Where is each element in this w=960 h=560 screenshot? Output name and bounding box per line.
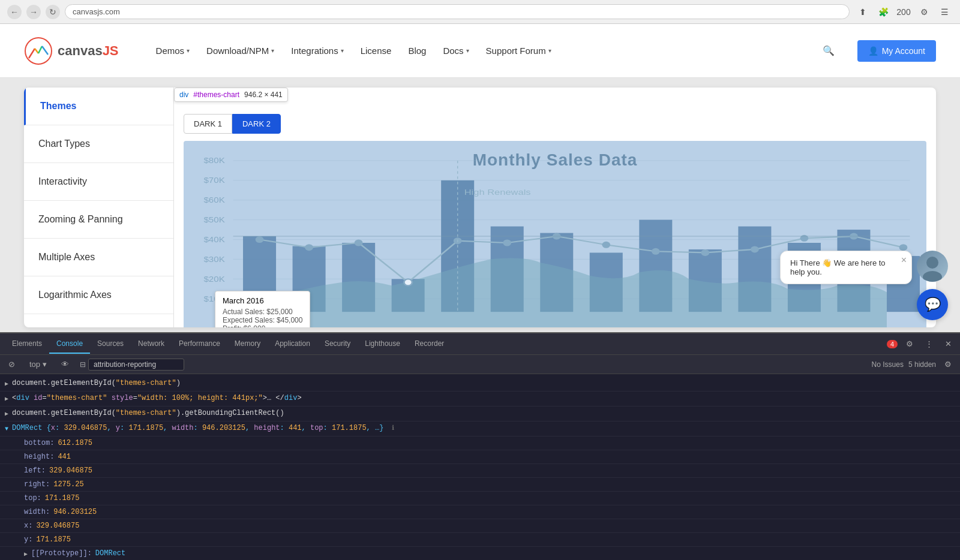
sidebar-item-themes[interactable]: Themes bbox=[24, 88, 173, 125]
sidebar-item-interactivity[interactable]: Interactivity bbox=[24, 163, 173, 201]
svg-text:$70K: $70K bbox=[203, 177, 224, 185]
inspector-tooltip: div#themes-chart 946.2 × 441 bbox=[174, 88, 288, 102]
expand-icon[interactable]: ▼ bbox=[5, 424, 8, 435]
nav-docs[interactable]: Docs ▾ bbox=[436, 41, 476, 61]
console-input-text: document.getElementById("themes-chart") bbox=[12, 378, 181, 389]
logo-text: canvasJS bbox=[58, 43, 119, 59]
prop-right: right: bbox=[24, 479, 50, 490]
my-account-button[interactable]: 👤 My Account bbox=[857, 40, 936, 62]
console-row: left: 329.046875 bbox=[0, 464, 960, 478]
prop-x-val: 329.046875 bbox=[36, 520, 79, 531]
console-output-text: <div id="themes-chart" style="width: 100… bbox=[12, 393, 302, 404]
devtools-tab-console[interactable]: Console bbox=[49, 335, 90, 354]
devtools-filter-settings-icon[interactable]: ⚙ bbox=[941, 359, 955, 370]
nav-integrations[interactable]: Integrations ▾ bbox=[284, 41, 350, 61]
svg-point-52 bbox=[926, 257, 938, 269]
error-badge: 4 bbox=[887, 340, 898, 348]
nav-demos[interactable]: Demos ▾ bbox=[149, 41, 197, 61]
chevron-down-icon: ▾ bbox=[466, 47, 469, 54]
prop-prototype: [[Prototype]]: bbox=[31, 548, 92, 559]
devtools-settings-icon[interactable]: ⚙ bbox=[902, 338, 917, 350]
devtools-close-icon[interactable]: ✕ bbox=[941, 338, 955, 350]
forward-button[interactable]: → bbox=[26, 5, 41, 19]
chevron-down-icon: ▾ bbox=[548, 47, 551, 54]
chat-bubble: × Hi There 👋 We are here to help you. bbox=[780, 251, 912, 284]
url-bar[interactable]: canvasjs.com bbox=[65, 4, 850, 19]
console-context-selector[interactable]: top ▾ bbox=[26, 359, 50, 370]
prop-left: left: bbox=[24, 465, 46, 476]
prop-width: width: bbox=[24, 507, 50, 517]
tab-dark2[interactable]: DARK 2 bbox=[232, 114, 281, 134]
svg-point-45 bbox=[751, 246, 759, 252]
prop-left-val: 329.046875 bbox=[49, 465, 92, 476]
prop-x: x: bbox=[24, 520, 32, 531]
nav-blog[interactable]: Blog bbox=[401, 41, 433, 61]
sidebar-item-multiple-axes[interactable]: Multiple Axes bbox=[24, 239, 173, 276]
svg-text:High Renewals: High Renewals bbox=[464, 188, 531, 197]
console-prompt-icon: ▶ bbox=[5, 409, 8, 420]
console-row: ▶ [[Prototype]]: DOMRect bbox=[0, 547, 960, 560]
svg-line-4 bbox=[42, 46, 48, 55]
nav-download[interactable]: Download/NPM ▾ bbox=[199, 41, 281, 61]
devtools-tab-lighthouse[interactable]: Lighthouse bbox=[358, 335, 407, 354]
nav-license[interactable]: License bbox=[353, 41, 399, 61]
console-row: ▼ DOMRect {x: 329.046875, y: 171.1875, w… bbox=[0, 421, 960, 436]
console-row: bottom: 612.1875 bbox=[0, 436, 960, 450]
svg-text:$50K: $50K bbox=[203, 216, 224, 224]
chat-widget: × Hi There 👋 We are here to help you. 💬 bbox=[780, 251, 948, 320]
devtools-tab-sources[interactable]: Sources bbox=[90, 335, 131, 354]
chat-close-button[interactable]: × bbox=[901, 255, 907, 266]
no-issues-label: No Issues bbox=[872, 360, 904, 369]
inspector-element-tag: div bbox=[179, 91, 188, 99]
devtools-tab-recorder[interactable]: Recorder bbox=[407, 335, 451, 354]
devtools-tab-memory[interactable]: Memory bbox=[227, 335, 268, 354]
expand-icon[interactable]: ▶ bbox=[5, 394, 8, 405]
prop-height-val: 441 bbox=[58, 451, 71, 462]
devtools-tab-application[interactable]: Application bbox=[268, 335, 317, 354]
prop-top-val: 171.1875 bbox=[45, 493, 80, 504]
main-nav: Demos ▾ Download/NPM ▾ Integrations ▾ Li… bbox=[149, 41, 800, 61]
prop-top: top: bbox=[24, 493, 41, 504]
extensions-icon[interactable]: 🧩 bbox=[875, 4, 892, 20]
devtools-tab-network[interactable]: Network bbox=[131, 335, 172, 354]
prop-y-val: 171.1875 bbox=[36, 534, 71, 545]
svg-point-38 bbox=[404, 279, 412, 285]
eye-icon[interactable]: 👁 bbox=[58, 359, 73, 370]
browser-chrome: ← → ↻ canvasjs.com ⬆ 🧩 200 ⚙ ☰ bbox=[0, 0, 960, 24]
console-row: right: 1275.25 bbox=[0, 478, 960, 492]
devtools-tab-security[interactable]: Security bbox=[317, 335, 358, 354]
chevron-down-icon: ▾ bbox=[187, 47, 190, 54]
search-button[interactable]: 🔍 bbox=[818, 40, 839, 62]
sidebar-item-zooming-panning[interactable]: Zooming & Panning bbox=[24, 201, 173, 239]
logo[interactable]: canvasJS bbox=[24, 37, 119, 65]
svg-point-40 bbox=[503, 240, 511, 246]
svg-point-53 bbox=[923, 271, 942, 282]
devtools-tab-elements[interactable]: Elements bbox=[5, 335, 49, 354]
devtools-tab-performance[interactable]: Performance bbox=[172, 335, 227, 354]
back-button[interactable]: ← bbox=[7, 5, 22, 19]
inspector-element-id: #themes-chart bbox=[193, 91, 239, 99]
filter-input[interactable] bbox=[88, 359, 184, 371]
settings-icon[interactable]: ⚙ bbox=[916, 4, 932, 20]
expand-icon[interactable]: ▶ bbox=[24, 549, 28, 560]
sidebar: Themes Chart Types Interactivity Zooming… bbox=[24, 88, 174, 327]
chat-avatar bbox=[917, 251, 948, 282]
prop-width-val: 946.203125 bbox=[53, 507, 97, 517]
info-icon: ℹ bbox=[392, 423, 394, 433]
svg-text:$20K: $20K bbox=[203, 275, 224, 283]
devtools-status: No Issues 5 hidden ⚙ bbox=[872, 359, 955, 370]
devtools-more-icon[interactable]: ⋮ bbox=[922, 338, 937, 350]
svg-point-0 bbox=[25, 38, 52, 64]
menu-icon[interactable]: ☰ bbox=[936, 4, 953, 20]
sidebar-item-logarithmic-axes[interactable]: Logarithmic Axes bbox=[24, 276, 173, 314]
clear-console-icon[interactable]: ⊘ bbox=[5, 359, 19, 370]
refresh-button[interactable]: ↻ bbox=[46, 5, 60, 19]
sidebar-item-chart-types[interactable]: Chart Types bbox=[24, 125, 173, 163]
chat-open-button[interactable]: 💬 bbox=[917, 289, 948, 320]
svg-line-1 bbox=[29, 49, 35, 58]
nav-support-forum[interactable]: Support Forum ▾ bbox=[479, 41, 559, 61]
tab-dark1[interactable]: DARK 1 bbox=[184, 114, 232, 134]
share-icon[interactable]: ⬆ bbox=[854, 4, 871, 20]
tooltip-actual-sales: Actual Sales: $25,000 bbox=[223, 308, 302, 316]
profile-icon[interactable]: 200 bbox=[895, 4, 912, 20]
